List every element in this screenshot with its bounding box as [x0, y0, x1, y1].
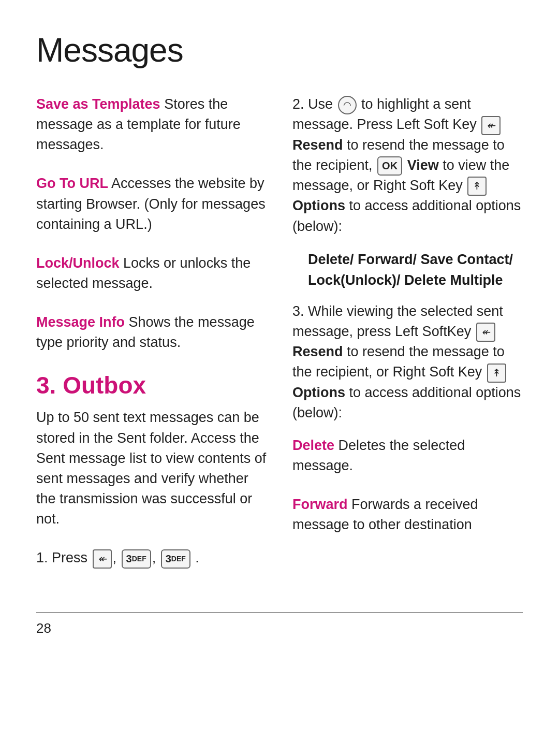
message-info-text: Message Info Shows the message type prio… — [36, 312, 267, 353]
go-to-url-section: Go To URL Accesses the website by starti… — [36, 173, 267, 234]
forward-text: Forward Forwards a received message to o… — [292, 495, 523, 535]
step2-resend-label: Resend — [292, 137, 343, 153]
step2-options-label: Options — [292, 198, 345, 213]
page-title: Messages — [36, 31, 523, 69]
right-column: 2. Use ◠ to highlight a sent message. Pr… — [292, 94, 523, 581]
delete-term: Delete — [292, 438, 334, 453]
step2-item: 2. Use ◠ to highlight a sent message. Pr… — [292, 94, 523, 237]
step1-suffix: . — [195, 550, 199, 565]
right-softkey-icon-step2: ↟ — [467, 177, 487, 196]
step1-prefix: 1. Press — [36, 550, 87, 565]
step3-resend-label: Resend — [292, 344, 343, 359]
forward-section: Forward Forwards a received message to o… — [292, 495, 523, 535]
3def-key-icon-2: 3DEF — [161, 549, 190, 569]
delete-section: Delete Deletes the selected message. — [292, 435, 523, 476]
save-as-templates-section: Save as Templates Stores the message as … — [36, 94, 267, 155]
step2-view-label: View — [407, 157, 439, 173]
forward-term: Forward — [292, 497, 348, 512]
page-number: 28 — [36, 620, 51, 636]
page-footer: 28 — [36, 612, 523, 636]
message-info-term: Message Info — [36, 314, 125, 330]
step1-item: 1. Press ↞, 3DEF, 3DEF . — [36, 548, 267, 568]
nav-icon: ◠ — [338, 96, 357, 114]
go-to-url-term: Go To URL — [36, 176, 108, 191]
outbox-body: Up to 50 sent text messages can be store… — [36, 408, 267, 529]
lock-unlock-term: Lock/Unlock — [36, 255, 120, 271]
outbox-section: 3. Outbox Up to 50 sent text messages ca… — [36, 371, 267, 529]
step2-text1: 2. Use — [292, 96, 333, 112]
options-list-block: Delete/ Forward/ Save Contact/ Lock(Unlo… — [308, 249, 523, 291]
left-softkey-icon-step3: ↞ — [476, 323, 495, 342]
lock-unlock-section: Lock/Unlock Locks or unlocks the selecte… — [36, 253, 267, 294]
left-column: Save as Templates Stores the message as … — [36, 94, 267, 581]
step3-options-label: Options — [292, 385, 345, 400]
step3-item: 3. While viewing the selected sent messa… — [292, 301, 523, 423]
left-softkey-icon: ↞ — [93, 549, 112, 569]
right-softkey-icon-step3: ↟ — [487, 364, 506, 383]
message-info-section: Message Info Shows the message type prio… — [36, 312, 267, 353]
lock-unlock-text: Lock/Unlock Locks or unlocks the selecte… — [36, 253, 267, 294]
go-to-url-text: Go To URL Accesses the website by starti… — [36, 173, 267, 234]
step3-text1: 3. While viewing the selected sent messa… — [292, 303, 503, 339]
ok-icon: OK — [377, 156, 402, 176]
outbox-heading: 3. Outbox — [36, 371, 267, 399]
save-as-templates-text: Save as Templates Stores the message as … — [36, 94, 267, 155]
delete-text: Delete Deletes the selected message. — [292, 435, 523, 476]
save-as-templates-term: Save as Templates — [36, 96, 160, 112]
left-softkey-icon-step2: ↞ — [481, 116, 501, 135]
3def-key-icon-1: 3DEF — [122, 549, 151, 569]
